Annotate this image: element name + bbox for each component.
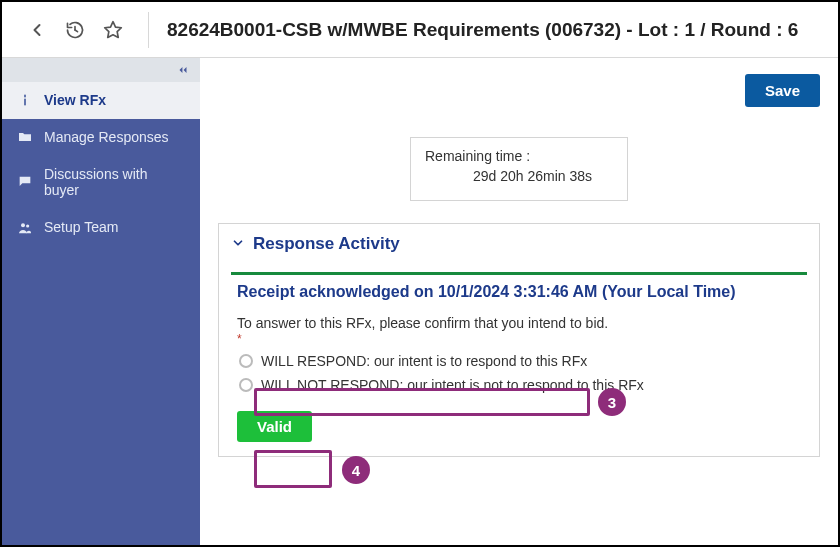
sidebar-item-discussions[interactable]: Discussions with buyer <box>2 156 200 210</box>
svg-rect-3 <box>24 95 25 98</box>
sidebar-item-manage-responses[interactable]: Manage Responses <box>2 119 200 156</box>
sidebar-item-label: Manage Responses <box>44 129 186 146</box>
required-mark: * <box>237 335 801 343</box>
history-button[interactable] <box>58 13 92 47</box>
sidebar-item-view-rfx[interactable]: View RFx <box>2 82 200 119</box>
svg-point-6 <box>26 224 29 227</box>
radio-icon <box>239 378 253 392</box>
radio-icon <box>239 354 253 368</box>
remaining-time-label: Remaining time : <box>425 148 613 164</box>
svg-rect-4 <box>24 99 25 106</box>
valid-button[interactable]: Valid <box>237 411 312 442</box>
radio-label: WILL RESPOND: our intent is to respond t… <box>261 353 587 369</box>
svg-marker-2 <box>105 21 122 37</box>
panel-toggle[interactable]: Response Activity <box>219 224 819 264</box>
chat-icon <box>16 174 34 190</box>
receipt-title: Receipt acknowledged on 10/1/2024 3:31:4… <box>237 283 801 301</box>
info-icon <box>16 92 34 108</box>
toolbar-divider <box>148 12 149 48</box>
back-button[interactable] <box>20 13 54 47</box>
favorite-button[interactable] <box>96 13 130 47</box>
bid-instruction: To answer to this RFx, please confirm th… <box>237 315 801 331</box>
top-toolbar: 82624B0001-CSB w/MWBE Requirements (0067… <box>2 2 838 58</box>
sidebar-item-setup-team[interactable]: Setup Team <box>2 209 200 246</box>
sidebar-item-label: Discussions with buyer <box>44 166 186 200</box>
sidebar-item-label: View RFx <box>44 92 186 109</box>
remaining-time-card: Remaining time : 29d 20h 26min 38s <box>410 137 628 201</box>
main-content: Save Remaining time : 29d 20h 26min 38s … <box>200 58 838 545</box>
radio-will-not-respond[interactable]: WILL NOT RESPOND: our intent is not to r… <box>237 373 646 397</box>
response-activity-panel: Response Activity Receipt acknowledged o… <box>218 223 820 457</box>
sidebar-item-label: Setup Team <box>44 219 186 236</box>
team-icon <box>16 220 34 236</box>
panel-title: Response Activity <box>253 234 400 254</box>
folder-icon <box>16 129 34 145</box>
radio-will-respond[interactable]: WILL RESPOND: our intent is to respond t… <box>237 349 589 373</box>
remaining-time-value: 29d 20h 26min 38s <box>425 168 613 184</box>
svg-line-1 <box>75 30 78 32</box>
chevron-double-left-icon <box>176 63 190 77</box>
receipt-block: Receipt acknowledged on 10/1/2024 3:31:4… <box>231 272 807 442</box>
chevron-down-icon <box>231 236 245 253</box>
page-title: 82624B0001-CSB w/MWBE Requirements (0067… <box>167 19 798 41</box>
sidebar-collapse[interactable] <box>2 58 200 82</box>
radio-label: WILL NOT RESPOND: our intent is not to r… <box>261 377 644 393</box>
save-button[interactable]: Save <box>745 74 820 107</box>
sidebar: View RFx Manage Responses Discussions wi… <box>2 58 200 545</box>
svg-point-5 <box>21 223 25 227</box>
